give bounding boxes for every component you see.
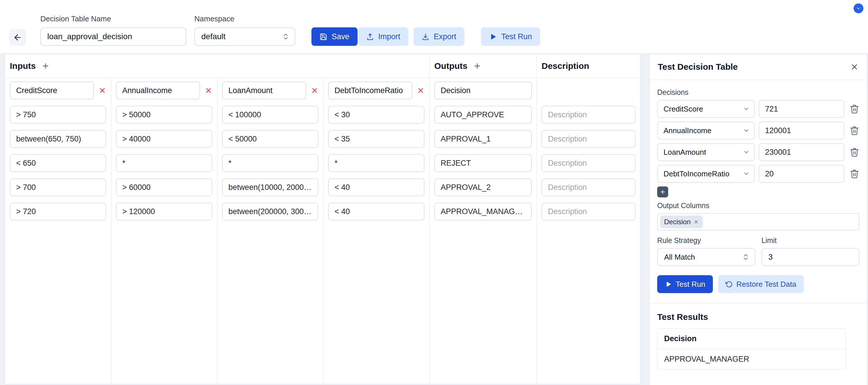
trash-icon-1[interactable] — [849, 126, 859, 135]
decision-table-grid: Inputs Outputs Description CreditScore A… — [5, 54, 640, 384]
decision-field-select-3[interactable]: DebtToIncomeRatio — [657, 165, 755, 183]
restore-test-data-button[interactable]: Restore Test Data — [718, 275, 804, 293]
rule-cell-output[interactable] — [434, 130, 532, 148]
save-icon — [319, 33, 327, 41]
rule-cell-input[interactable] — [222, 202, 318, 220]
input-column-header-2: LoanAmount — [217, 78, 323, 103]
decision-value-input-2[interactable] — [759, 143, 844, 161]
rule-cell-input[interactable] — [222, 179, 318, 196]
rule-strategy-label: Rule Strategy — [657, 236, 755, 245]
rule-cell-input[interactable] — [328, 106, 425, 124]
input-column-name-2[interactable]: LoanAmount — [222, 82, 306, 99]
rule-cell-input[interactable] — [116, 179, 212, 196]
export-button[interactable]: Export — [413, 27, 464, 46]
results-row: APPROVAL_MANAGER — [658, 349, 845, 369]
trash-icon-2[interactable] — [849, 147, 859, 157]
decision-input-row: CreditScore — [657, 100, 859, 118]
back-button[interactable] — [9, 29, 26, 46]
rule-cell-description[interactable] — [541, 202, 636, 220]
input-column-header-0: CreditScore — [5, 78, 111, 103]
rule-cell-output[interactable] — [434, 202, 532, 220]
rule-cell-input[interactable] — [328, 154, 425, 172]
output-columns-input[interactable]: Decision — [657, 213, 859, 230]
decision-field-select-0[interactable]: CreditScore — [657, 100, 755, 118]
decision-field-select-2[interactable]: LoanAmount — [657, 143, 755, 161]
delete-column-icon-3[interactable] — [417, 87, 425, 94]
plus-icon — [659, 189, 666, 195]
arrow-left-icon — [13, 33, 22, 42]
namespace-select[interactable]: default — [194, 27, 295, 46]
limit-input[interactable] — [762, 248, 860, 266]
chevron-down-icon — [856, 6, 861, 11]
add-output-column-icon[interactable] — [473, 62, 481, 70]
rule-cell-input[interactable] — [222, 106, 318, 124]
test-run-button[interactable]: Test Run — [657, 275, 713, 293]
test-decision-panel: Test Decision Table Decisions CreditScor… — [649, 54, 867, 385]
chevron-down-icon — [743, 170, 749, 177]
rule-strategy-select[interactable]: All Match — [657, 248, 755, 266]
input-column-header-3: DebtToIncomeRatio — [323, 78, 430, 103]
decisions-label: Decisions — [657, 88, 859, 97]
rule-cell-input[interactable] — [10, 130, 106, 148]
main-area: Inputs Outputs Description CreditScore A… — [0, 54, 868, 385]
delete-column-icon-1[interactable] — [205, 87, 212, 94]
restore-test-data-label: Restore Test Data — [737, 280, 797, 289]
download-icon — [422, 33, 429, 41]
add-decision-row-button[interactable] — [657, 187, 668, 197]
rule-cell-input[interactable] — [328, 202, 425, 220]
output-column-name[interactable]: Decision — [434, 82, 532, 99]
trash-icon-0[interactable] — [849, 104, 859, 114]
add-input-column-icon[interactable] — [41, 62, 50, 70]
decision-value-input-3[interactable] — [759, 165, 844, 183]
delete-column-icon-0[interactable] — [99, 87, 106, 94]
rule-cell-input[interactable] — [10, 202, 106, 220]
description-column-header — [537, 78, 640, 103]
limit-label: Limit — [762, 236, 860, 245]
output-columns-label: Output Columns — [657, 201, 859, 210]
test-panel-body: Decisions CreditScore AnnualIncome — [650, 80, 867, 370]
rule-cell-input[interactable] — [116, 202, 212, 220]
save-button[interactable]: Save — [311, 27, 358, 46]
rule-cell-description[interactable] — [541, 130, 636, 148]
rule-cell-input[interactable] — [222, 154, 318, 172]
remove-chip-icon[interactable] — [693, 219, 699, 224]
test-run-label: Test Run — [676, 280, 705, 289]
rule-cell-input[interactable] — [10, 179, 106, 196]
updown-chevrons-icon — [282, 33, 289, 40]
rule-cell-output[interactable] — [434, 106, 532, 124]
inputs-section-header: Inputs — [5, 54, 430, 78]
rule-cell-description[interactable] — [541, 179, 636, 196]
divider — [650, 303, 867, 303]
topbar-actions: Save Import Export Test Run — [311, 27, 540, 46]
decision-value-input-1[interactable] — [759, 122, 844, 139]
rule-cell-description[interactable] — [541, 154, 636, 172]
rule-cell-input[interactable] — [116, 106, 212, 124]
rule-cell-input[interactable] — [116, 130, 212, 148]
trash-icon-3[interactable] — [849, 169, 859, 179]
namespace-label: Namespace — [194, 14, 295, 23]
rule-cell-input[interactable] — [10, 106, 106, 124]
test-run-button-top[interactable]: Test Run — [481, 27, 540, 46]
table-row — [5, 151, 111, 175]
rule-cell-input[interactable] — [10, 154, 106, 172]
input-column-name-0[interactable]: CreditScore — [10, 82, 94, 99]
delete-column-icon-2[interactable] — [311, 87, 318, 94]
test-results-title: Test Results — [657, 312, 859, 322]
rule-cell-output[interactable] — [434, 154, 532, 172]
restore-icon — [725, 281, 733, 288]
rule-cell-input[interactable] — [222, 130, 318, 148]
table-name-field: Decision Table Name — [40, 14, 186, 46]
rule-cell-output[interactable] — [434, 179, 532, 196]
import-button[interactable]: Import — [358, 27, 409, 46]
rule-cell-input[interactable] — [116, 154, 212, 172]
rule-cell-description[interactable] — [541, 106, 636, 124]
close-icon[interactable] — [850, 63, 859, 71]
decision-value-input-0[interactable] — [759, 100, 844, 118]
table-name-input[interactable] — [40, 27, 186, 46]
decision-field-select-1[interactable]: AnnualIncome — [657, 122, 755, 139]
rule-cell-input[interactable] — [328, 179, 425, 196]
input-column-name-3[interactable]: DebtToIncomeRatio — [328, 82, 412, 99]
input-column-name-1[interactable]: AnnualIncome — [116, 82, 200, 99]
rule-cell-input[interactable] — [328, 130, 425, 148]
chevron-down-badge[interactable] — [854, 3, 863, 13]
